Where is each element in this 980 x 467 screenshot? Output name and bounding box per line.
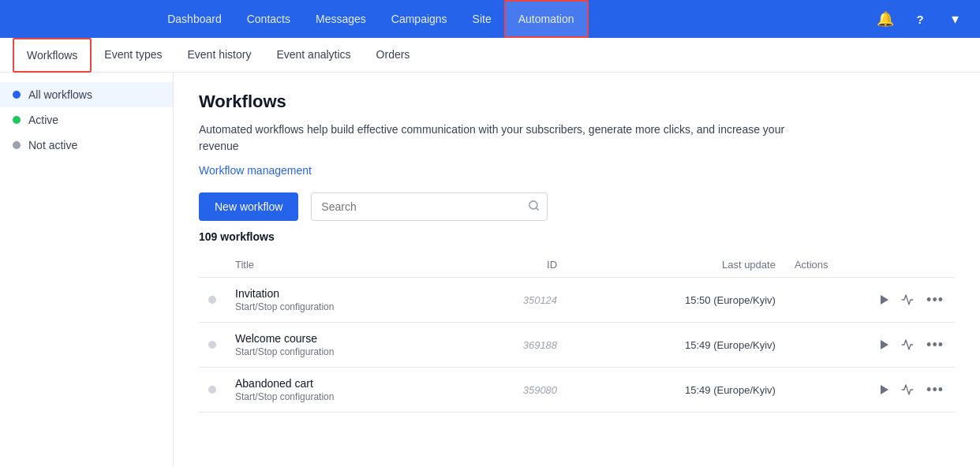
ellipsis-icon-1: ••• bbox=[926, 337, 944, 353]
search-input[interactable] bbox=[311, 192, 548, 221]
status-dot-2 bbox=[208, 386, 216, 394]
row-name-cell: Abandoned cart Start/Stop configuration bbox=[226, 368, 461, 413]
row-name-cell: Welcome course Start/Stop configuration bbox=[226, 323, 461, 368]
chart-icon-1 bbox=[901, 338, 914, 351]
play-icon-2 bbox=[881, 385, 888, 394]
sidebar-item-not-active[interactable]: Not active bbox=[0, 133, 173, 158]
search-wrapper bbox=[311, 192, 548, 221]
all-workflows-dot bbox=[13, 91, 21, 99]
row-id-cell-0: 350124 bbox=[461, 278, 567, 323]
workflow-sub-2: Start/Stop configuration bbox=[235, 391, 451, 402]
subnav-event-types[interactable]: Event types bbox=[92, 38, 174, 73]
analytics-button-2[interactable] bbox=[900, 382, 915, 398]
row-actions-cell-2: ••• bbox=[785, 368, 955, 413]
col-title-header: Title bbox=[226, 252, 461, 278]
play-button-2[interactable] bbox=[879, 383, 890, 396]
nav-messages[interactable]: Messages bbox=[303, 0, 379, 38]
workflows-table: Title ID Last update Actions Invitation … bbox=[199, 252, 955, 413]
action-icons-0: ••• bbox=[795, 290, 945, 310]
nav-campaigns[interactable]: Campaigns bbox=[379, 0, 460, 38]
more-button-1[interactable]: ••• bbox=[925, 335, 945, 355]
row-update-cell-1: 15:49 (Europe/Kyiv) bbox=[567, 323, 785, 368]
status-dot-0 bbox=[208, 296, 216, 304]
page-description: Automated workflows help build effective… bbox=[199, 121, 799, 155]
workflow-management-link[interactable]: Workflow management bbox=[199, 164, 312, 177]
sidebar-label-active: Active bbox=[28, 114, 58, 126]
main-content: Workflows Automated workflows help build… bbox=[174, 73, 980, 467]
play-button-1[interactable] bbox=[879, 338, 890, 351]
action-icons-1: ••• bbox=[795, 335, 945, 355]
row-name-cell: Invitation Start/Stop configuration bbox=[226, 278, 461, 323]
col-actions-header: Actions bbox=[785, 252, 955, 278]
row-actions-cell-1: ••• bbox=[785, 323, 955, 368]
row-status-dot bbox=[199, 278, 226, 323]
workflow-name-1[interactable]: Welcome course bbox=[235, 332, 451, 345]
top-nav-links: Dashboard Contacts Messages Campaigns Si… bbox=[155, 0, 588, 38]
profile-dropdown-button[interactable]: ▾ bbox=[942, 6, 967, 32]
not-active-dot bbox=[13, 141, 21, 149]
play-icon-0 bbox=[881, 295, 888, 304]
nav-automation[interactable]: Automation bbox=[504, 0, 589, 38]
workflow-sub-1: Start/Stop configuration bbox=[235, 346, 451, 357]
analytics-button-1[interactable] bbox=[900, 337, 915, 353]
col-status-header bbox=[199, 252, 226, 278]
subnav-orders[interactable]: Orders bbox=[364, 38, 423, 73]
nav-contacts[interactable]: Contacts bbox=[234, 0, 303, 38]
more-button-0[interactable]: ••• bbox=[925, 290, 945, 310]
row-status-dot bbox=[199, 323, 226, 368]
notification-button[interactable]: 🔔 bbox=[873, 6, 898, 32]
ellipsis-icon-2: ••• bbox=[926, 382, 944, 398]
subnav-workflows[interactable]: Workflows bbox=[13, 38, 92, 73]
row-update-cell-2: 15:49 (Europe/Kyiv) bbox=[567, 368, 785, 413]
col-id-header: ID bbox=[461, 252, 567, 278]
chart-icon-2 bbox=[901, 383, 914, 396]
row-actions-cell-0: ••• bbox=[785, 278, 955, 323]
ellipsis-icon-0: ••• bbox=[926, 292, 944, 308]
help-icon: ? bbox=[916, 13, 923, 26]
sidebar-item-all-workflows[interactable]: All workflows bbox=[0, 82, 173, 107]
workflow-count: 109 workflows bbox=[199, 230, 955, 243]
subnav-event-history[interactable]: Event history bbox=[174, 38, 264, 73]
workflow-name-2[interactable]: Abandoned cart bbox=[235, 377, 451, 390]
more-button-2[interactable]: ••• bbox=[925, 380, 945, 400]
row-update-cell-0: 15:50 (Europe/Kyiv) bbox=[567, 278, 785, 323]
table-row: Welcome course Start/Stop configuration … bbox=[199, 323, 955, 368]
main-container: All workflows Active Not active Workflow… bbox=[0, 73, 980, 467]
active-dot bbox=[13, 116, 21, 124]
status-dot-1 bbox=[208, 341, 216, 349]
play-button-0[interactable] bbox=[879, 293, 890, 306]
col-update-header: Last update bbox=[567, 252, 785, 278]
toolbar: New workflow bbox=[199, 192, 955, 221]
row-status-dot bbox=[199, 368, 226, 413]
subnav-event-analytics[interactable]: Event analytics bbox=[264, 38, 363, 73]
sidebar-item-active[interactable]: Active bbox=[0, 107, 173, 133]
notification-icon: 🔔 bbox=[877, 10, 894, 28]
play-icon-1 bbox=[881, 340, 888, 349]
help-button[interactable]: ? bbox=[907, 6, 933, 32]
row-id-cell-2: 359080 bbox=[461, 368, 567, 413]
row-id-cell-1: 369188 bbox=[461, 323, 567, 368]
table-row: Abandoned cart Start/Stop configuration … bbox=[199, 368, 955, 413]
chevron-down-icon: ▾ bbox=[952, 10, 959, 28]
sub-navigation: Workflows Event types Event history Even… bbox=[0, 38, 980, 73]
new-workflow-button[interactable]: New workflow bbox=[199, 192, 298, 221]
workflow-sub-0: Start/Stop configuration bbox=[235, 301, 451, 312]
table-row: Invitation Start/Stop configuration 3501… bbox=[199, 278, 955, 323]
workflow-name-0[interactable]: Invitation bbox=[235, 287, 451, 300]
sidebar-label-not-active: Not active bbox=[28, 139, 77, 151]
chart-icon-0 bbox=[901, 293, 914, 306]
nav-dashboard[interactable]: Dashboard bbox=[155, 0, 234, 38]
action-icons-2: ••• bbox=[795, 380, 945, 400]
top-nav-right: 🔔 ? ▾ bbox=[873, 6, 967, 32]
top-navigation: Dashboard Contacts Messages Campaigns Si… bbox=[0, 0, 980, 38]
nav-site[interactable]: Site bbox=[460, 0, 504, 38]
sidebar-label-all-workflows: All workflows bbox=[28, 88, 92, 101]
sidebar: All workflows Active Not active bbox=[0, 73, 174, 467]
page-title: Workflows bbox=[199, 92, 955, 112]
analytics-button-0[interactable] bbox=[900, 292, 915, 308]
